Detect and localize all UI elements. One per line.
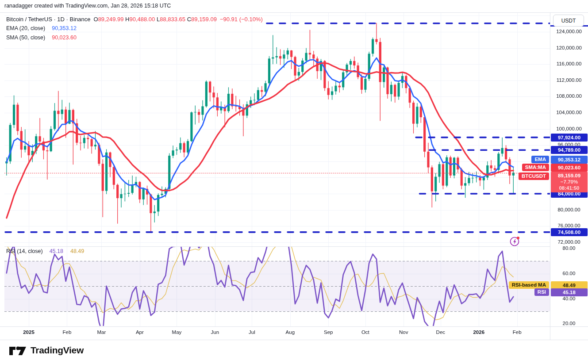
time-axis-label: Aug	[286, 330, 295, 335]
time-axis-label: 2026	[473, 330, 484, 335]
rsi-pill-label: RSI	[534, 288, 549, 296]
time-axis-label: Dec	[436, 330, 445, 335]
sma-pill-label: SMA:MA	[522, 164, 549, 171]
ohlc-values: O89,249.99 H90,488.00 L88,833.65 C89,159…	[94, 15, 217, 24]
rsi-tick-label: 20.00	[550, 321, 588, 326]
symbol-title: Bitcoin / TetherUS · 1D · Binance	[6, 15, 91, 24]
time-axis-label: May	[172, 330, 182, 335]
time-axis-label: Jun	[211, 330, 219, 335]
price-tick-label: 116,000.00	[550, 61, 588, 66]
sma-label: SMA (50, close)	[6, 33, 45, 42]
tradingview-logo-text: TradingView	[31, 345, 84, 356]
price-tick-label: 76,000.00	[550, 223, 588, 228]
rsi-value: 45.18	[50, 248, 63, 254]
rsi-tick-label: 60.00	[550, 271, 588, 276]
rsi-tick-label: 80.00	[550, 245, 588, 251]
sma-price-badge: 90,023.60	[551, 164, 588, 172]
sma-value: 90,023.60	[52, 33, 77, 42]
time-axis-label: Nov	[399, 330, 408, 335]
currency-toggle-button[interactable]: USDT	[553, 15, 584, 27]
chart-legend: Bitcoin / TetherUS · 1D · Binance O89,24…	[6, 15, 263, 42]
price-tick-label: 120,000.00	[550, 45, 588, 50]
rsi-value-badge: 45.18	[551, 288, 588, 296]
rsi-ma-value: 48.49	[70, 248, 84, 254]
ema-value: 90,353.12	[52, 24, 77, 33]
price-level-badge: 94,789.00	[551, 146, 588, 154]
time-axis-label: Apr	[136, 330, 144, 335]
ema-price-badge: 90,353.12	[551, 156, 588, 164]
time-axis-label: 2025	[23, 330, 35, 335]
sma-legend-row[interactable]: SMA (50, close) 90,023.60	[6, 33, 263, 42]
time-axis-label: Sep	[324, 330, 333, 335]
time-axis-label: Feb	[513, 330, 522, 335]
rsi-pill-label: RSI-based MA	[509, 281, 549, 289]
tradingview-logo[interactable]: TradingView	[9, 344, 84, 356]
rsi-legend-row[interactable]: RSI (14, close) 45.18 48.49	[6, 248, 84, 254]
time-axis-label: Oct	[361, 330, 369, 335]
ema-legend-row[interactable]: EMA (20, close) 90,353.12	[6, 24, 263, 33]
price-tick-label: 100,000.00	[550, 126, 588, 131]
price-tick-label: 124,000.00	[550, 29, 588, 34]
price-tick-label: 104,000.00	[550, 110, 588, 115]
ema-label: EMA (20, close)	[6, 24, 45, 33]
tradingview-mark-icon	[9, 344, 27, 356]
time-axis-label: Mar	[97, 330, 106, 335]
tradingview-chart-window: { "header": {"title": "ranadagger create…	[0, 0, 588, 364]
time-axis-label: Feb	[62, 330, 71, 335]
change-value: −90.91 (−0.10%)	[220, 15, 263, 24]
ema-pill-label: EMA	[531, 156, 549, 163]
attribution-header: ranadagger created with TradingView.com,…	[4, 3, 171, 9]
flash-idea-button[interactable]	[509, 235, 521, 247]
rsi-label: RSI (14, close)	[6, 248, 43, 254]
last-price-badge: 89,159.09−7.70%08:41:50	[551, 172, 588, 192]
price-tick-label: 80,000.00	[550, 207, 588, 212]
price-level-badge: 74,508.00	[551, 228, 588, 236]
price-tick-label: 108,000.00	[550, 93, 588, 99]
time-axis-label: Jul	[249, 330, 255, 335]
rsi-tick-label: 40.00	[550, 296, 588, 301]
lightning-icon	[509, 235, 521, 247]
price-level-badge: 97,924.00	[551, 134, 588, 142]
symbol-legend-row[interactable]: Bitcoin / TetherUS · 1D · Binance O89,24…	[6, 15, 263, 24]
price-tick-label: 72,000.00	[550, 239, 588, 245]
price-chart-canvas[interactable]	[0, 0, 588, 364]
symbol-pill-label: BTCUSDT	[519, 172, 549, 180]
price-tick-label: 112,000.00	[550, 77, 588, 83]
